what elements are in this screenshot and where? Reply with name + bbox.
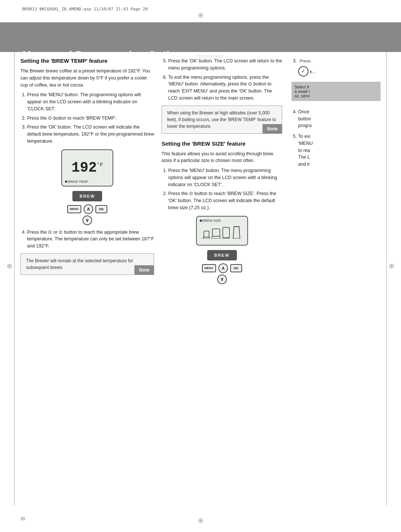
- lcd-brewsize-display: BREW SIZE: [196, 216, 248, 246]
- brew-temp-title: Setting the 'BREW TEMP' feature: [20, 58, 154, 64]
- lcd-temp-value: 192°F: [71, 160, 103, 176]
- reg-mark-bottom: ⊕: [198, 516, 203, 525]
- circle-check-icon: ✓: [298, 66, 309, 77]
- select-text-3: oz. servi: [294, 94, 378, 98]
- svg-rect-8: [223, 227, 229, 238]
- step-2: Press the ⊙ button to reach 'BREW TEMP'.: [27, 115, 154, 122]
- step-6: To exit the menu programming options, pr…: [168, 74, 282, 102]
- down-button[interactable]: ∨: [82, 215, 92, 225]
- up-button[interactable]: ∧: [84, 204, 93, 214]
- left-border-line: [14, 22, 15, 505]
- right-step-3: Press ✓ b...: [298, 58, 381, 78]
- columns-layout: Setting the 'BREW TEMP' feature The Brew…: [20, 58, 381, 288]
- down-button-row: ∨: [20, 215, 154, 225]
- lcd-brewsize-label: BREW SIZE: [200, 219, 221, 243]
- controls-row: MENU ∧ OK: [20, 204, 154, 214]
- reg-mark-top: ⊕: [198, 11, 203, 19]
- down-button-brewsize[interactable]: ∨: [217, 275, 227, 284]
- lcd-temp-display: 192°F BREW TEMP: [61, 149, 113, 186]
- right-column: Press ✓ b... Select fr a small r oz. ser…: [288, 58, 381, 288]
- right-partial-b: b...: [310, 69, 315, 74]
- brew-temp-note: The Brewer will remain at the selected t…: [20, 253, 154, 275]
- travel-mug-icon: [222, 227, 230, 239]
- select-text-1: Select fr: [294, 85, 378, 89]
- brew-temp-steps-continued: Press the ⊙ or ⊙ button to reach the app…: [27, 229, 154, 250]
- right-steps-4: Once button progra To exi 'MENU to rea T…: [298, 108, 381, 168]
- right-step-5: To exi 'MENU to rea The L and ir: [298, 133, 381, 168]
- carafe-icon: [232, 226, 241, 239]
- down-button-row-brewsize: ∨: [162, 275, 282, 284]
- menu-button-brewsize[interactable]: MENU: [202, 264, 216, 272]
- mid-steps: Press the 'OK' button. The LCD screen wi…: [168, 58, 282, 102]
- menu-button[interactable]: MENU: [67, 205, 81, 213]
- page-container: ⊕ ⊕ ⊕ ⊕ BR9013 BKC600XL_IB_AMEND.qxp 11/…: [0, 0, 401, 532]
- right-border-line: [386, 22, 387, 505]
- select-text-2: a small r: [294, 89, 378, 94]
- reg-mark-right: ⊕: [389, 262, 394, 270]
- up-button-brewsize[interactable]: ∧: [218, 263, 228, 273]
- ok-button-brewsize[interactable]: OK: [230, 264, 242, 272]
- select-box: Select fr a small r oz. servi: [291, 82, 381, 101]
- right-step3-text: Press: [298, 59, 312, 63]
- step-5: Press the 'OK' button. The LCD screen wi…: [168, 58, 282, 72]
- right-steps: Press ✓ b...: [298, 58, 381, 78]
- note-label-left: Note: [134, 265, 154, 275]
- brew-button[interactable]: BREW: [72, 191, 102, 201]
- altitude-note: When using the Brewer at high altitudes …: [162, 106, 282, 134]
- reg-mark-left: ⊕: [7, 262, 12, 270]
- brew-button-brewsize[interactable]: BREW: [207, 250, 237, 260]
- brew-size-title: Setting the 'BREW SIZE' feature: [162, 140, 282, 147]
- brew-temp-intro: The Brewer brews coffee at a preset temp…: [20, 68, 154, 88]
- controls-row-brewsize: MENU ∧ OK: [162, 263, 282, 273]
- header-band: Menu and Programming Options continued: [0, 22, 401, 52]
- lcd-brew-temp-label: BREW TEMP: [65, 180, 88, 184]
- step-3: Press the 'OK' button. The LCD screen wi…: [27, 124, 154, 145]
- brew-size-step-1: Press the 'MENU' button. The menu progra…: [168, 167, 282, 188]
- step-1: Press the 'MENU' button. The programming…: [27, 91, 154, 112]
- file-info: BR9013 BKC600XL_IB_AMEND.qxp 11/10/07 21…: [22, 7, 148, 12]
- step-4: Press the ⊙ or ⊙ button to reach the app…: [27, 229, 154, 250]
- main-content: Setting the 'BREW TEMP' feature The Brew…: [20, 58, 381, 288]
- page-number: 20: [20, 516, 25, 521]
- brew-size-intro: This feature allows you to avoid scrolli…: [162, 150, 282, 165]
- ok-button[interactable]: OK: [95, 205, 107, 213]
- mid-column: Press the 'OK' button. The LCD screen wi…: [162, 58, 288, 288]
- left-column: Setting the 'BREW TEMP' feature The Brew…: [20, 58, 162, 288]
- note-label-altitude: Note: [263, 124, 282, 134]
- brew-size-step-2: Press the ⊙ button to reach 'BREW SIZE'.…: [168, 190, 282, 211]
- right-step-4: Once button progra: [298, 108, 381, 129]
- brew-size-steps: Press the 'MENU' button. The menu progra…: [168, 167, 282, 211]
- brew-temp-steps: Press the 'MENU' button. The programming…: [27, 91, 154, 145]
